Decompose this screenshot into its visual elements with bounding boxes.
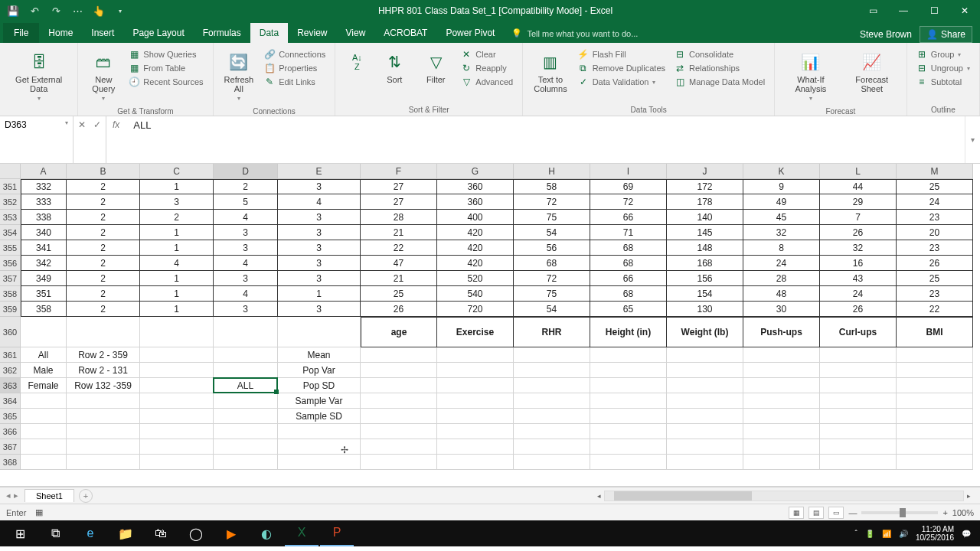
cell[interactable]: [140, 363, 214, 378]
cell[interactable]: 58: [514, 179, 590, 194]
cell[interactable]: [437, 363, 514, 378]
qat-more-icon[interactable]: ⋯: [69, 2, 86, 19]
cell[interactable]: [214, 409, 278, 424]
cell[interactable]: Exercise: [437, 317, 514, 347]
cell[interactable]: 43: [820, 271, 897, 286]
cell[interactable]: 1: [140, 302, 214, 317]
horizontal-scrollbar[interactable]: [604, 491, 964, 501]
cell[interactable]: [820, 424, 897, 439]
cell[interactable]: [743, 378, 820, 393]
volume-icon[interactable]: 🔊: [899, 530, 908, 538]
cell[interactable]: 156: [667, 271, 743, 286]
cell[interactable]: 360: [437, 194, 514, 210]
get-external-data-button[interactable]: 🗄Get External Data▾: [6, 48, 71, 106]
cell[interactable]: [437, 424, 514, 439]
group-button[interactable]: ⊞Group ▾: [913, 48, 973, 60]
row-header[interactable]: 359: [0, 302, 21, 317]
cell[interactable]: 2: [67, 225, 140, 240]
cell[interactable]: [214, 424, 278, 439]
cell[interactable]: 420: [437, 256, 514, 271]
share-button[interactable]: 👤Share: [920, 26, 972, 43]
cell[interactable]: 2: [67, 194, 140, 210]
cell[interactable]: [437, 455, 514, 470]
cell[interactable]: 9: [743, 179, 820, 194]
cell[interactable]: [667, 455, 743, 470]
accept-formula-icon[interactable]: ✓: [93, 119, 101, 130]
cell[interactable]: 720: [437, 302, 514, 317]
cell[interactable]: 172: [667, 179, 743, 194]
formula-input[interactable]: ALL: [126, 116, 965, 163]
cell[interactable]: 32: [820, 240, 897, 256]
sheet-tab[interactable]: Sheet1: [24, 489, 74, 502]
cell[interactable]: [361, 409, 437, 424]
cell[interactable]: 54: [514, 302, 590, 317]
cell[interactable]: 3: [214, 240, 278, 256]
app-icon[interactable]: ◐: [250, 520, 283, 546]
cell[interactable]: [514, 409, 590, 424]
cell[interactable]: 3: [278, 225, 361, 240]
cell[interactable]: [361, 363, 437, 378]
column-header[interactable]: L: [820, 164, 897, 179]
cell[interactable]: 3: [278, 256, 361, 271]
page-layout-view-icon[interactable]: ▤: [808, 507, 824, 519]
cell[interactable]: 44: [820, 179, 897, 194]
row-header[interactable]: 356: [0, 256, 21, 271]
cell[interactable]: 23: [897, 286, 973, 302]
data-tab[interactable]: Data: [250, 23, 288, 43]
cell[interactable]: 3: [214, 271, 278, 286]
scroll-right-icon[interactable]: ▸: [964, 492, 974, 500]
cell[interactable]: 48: [743, 286, 820, 302]
cell[interactable]: 66: [590, 210, 667, 225]
row-header[interactable]: 358: [0, 286, 21, 302]
tray-up-icon[interactable]: ˆ: [855, 530, 858, 538]
cell[interactable]: [21, 393, 67, 409]
cell[interactable]: 2: [214, 179, 278, 194]
cell[interactable]: 7: [820, 210, 897, 225]
row-header[interactable]: 365: [0, 409, 21, 424]
cell[interactable]: Push-ups: [743, 317, 820, 347]
cell[interactable]: Male: [21, 363, 67, 378]
cell[interactable]: 2: [67, 271, 140, 286]
tell-me-input[interactable]: 💡Tell me what you want to do...: [504, 24, 859, 43]
row-header[interactable]: 355: [0, 240, 21, 256]
cell[interactable]: Weight (lb): [667, 317, 743, 347]
cell[interactable]: Sample Var: [278, 393, 361, 409]
cell[interactable]: [897, 424, 973, 439]
advanced-button[interactable]: ▽Advanced: [458, 76, 516, 88]
flash-fill-button[interactable]: ⚡Flash Fill: [575, 48, 668, 60]
row-header[interactable]: 368: [0, 455, 21, 470]
powerpoint-taskbar-icon[interactable]: P: [320, 520, 354, 546]
cell[interactable]: 333: [21, 194, 67, 210]
edge-icon[interactable]: e: [74, 520, 107, 546]
cell[interactable]: [437, 378, 514, 393]
cell[interactable]: [278, 317, 361, 347]
cell[interactable]: [897, 409, 973, 424]
cell[interactable]: 25: [361, 286, 437, 302]
cell[interactable]: [590, 439, 667, 455]
cell[interactable]: 29: [820, 194, 897, 210]
cell[interactable]: [361, 378, 437, 393]
cell[interactable]: 3: [278, 240, 361, 256]
cell[interactable]: 8: [743, 240, 820, 256]
cell[interactable]: [514, 378, 590, 393]
cell[interactable]: [140, 409, 214, 424]
cell[interactable]: 71: [590, 225, 667, 240]
text-to-columns-button[interactable]: ▥Text to Columns: [529, 48, 571, 96]
cell[interactable]: [590, 378, 667, 393]
notifications-icon[interactable]: 💬: [962, 530, 971, 538]
cell[interactable]: 2: [67, 286, 140, 302]
task-view-icon[interactable]: ⧉: [38, 520, 72, 546]
cell[interactable]: 72: [590, 194, 667, 210]
add-sheet-button[interactable]: +: [79, 489, 93, 503]
cell[interactable]: [743, 439, 820, 455]
cell[interactable]: [214, 363, 278, 378]
redo-icon[interactable]: ↷: [47, 2, 64, 19]
cell[interactable]: 1: [140, 225, 214, 240]
scroll-left-icon[interactable]: ◂: [594, 492, 604, 500]
cell[interactable]: 25: [897, 179, 973, 194]
cell[interactable]: [278, 424, 361, 439]
cell[interactable]: [897, 393, 973, 409]
page-layout-tab[interactable]: Page Layout: [123, 23, 193, 43]
cell[interactable]: 2: [67, 179, 140, 194]
clock[interactable]: 11:20 AM10/25/2016: [916, 525, 954, 542]
